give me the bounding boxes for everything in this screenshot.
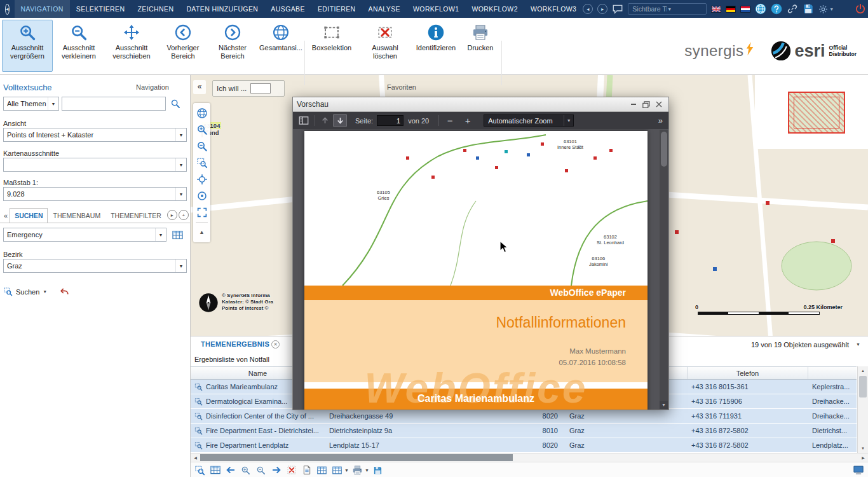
- strip-collapse-up-icon[interactable]: ▲: [193, 224, 210, 240]
- collapse-panel-icon[interactable]: «: [4, 212, 8, 219]
- tab-themenergebnis[interactable]: THEMENERGEBNIS: [201, 340, 269, 348]
- preview-scrollbar[interactable]: ▼: [660, 130, 668, 409]
- map-zoom-box-button[interactable]: [193, 155, 210, 171]
- settings-gear-button[interactable]: ▼: [818, 4, 834, 14]
- attribute-window-button[interactable]: [851, 463, 865, 476]
- reset-search-icon[interactable]: [59, 286, 70, 297]
- table-row[interactable]: Disinfection Center of the City of ... D…: [191, 409, 857, 424]
- print-results-button[interactable]: [351, 464, 364, 477]
- close-icon[interactable]: [653, 99, 665, 109]
- menu-tab-analyse[interactable]: ANALYSE: [362, 0, 407, 18]
- menu-tab-ausgabe[interactable]: AUSGABE: [264, 0, 311, 18]
- language-flag-de-icon[interactable]: [726, 6, 736, 13]
- chevron-down-icon[interactable]: ▼: [365, 468, 369, 473]
- table-options-button[interactable]: [330, 464, 344, 477]
- map-center-button[interactable]: [193, 188, 210, 204]
- dialog-titlebar[interactable]: Vorschau: [293, 97, 668, 112]
- map-locate-button[interactable]: [193, 171, 210, 188]
- menu-tab-workflow1[interactable]: WORKFLOW1: [407, 0, 465, 18]
- zoom-out-icon[interactable]: −: [444, 115, 456, 126]
- previous-record-button[interactable]: [224, 464, 237, 477]
- ribbon-button-pan-extent[interactable]: Ausschnitt verschieben: [105, 20, 158, 72]
- menu-tab-navigation[interactable]: NAVIGATION: [15, 0, 70, 18]
- menu-tab-selektieren[interactable]: SELEKTIEREN: [70, 0, 132, 18]
- tab-scroll-forward-icon[interactable]: ▸: [597, 4, 607, 14]
- remove-selection-button[interactable]: [285, 464, 298, 477]
- search-theme-select[interactable]: Emergency▼: [3, 228, 166, 242]
- next-record-button[interactable]: [269, 464, 283, 477]
- zoom-to-results-button[interactable]: [193, 464, 207, 477]
- page-number-input[interactable]: [377, 115, 403, 126]
- portal-globe-icon[interactable]: [755, 3, 766, 15]
- theme-scope-select[interactable]: Alle Themen▼: [3, 97, 59, 111]
- column-header[interactable]: [808, 367, 857, 379]
- ribbon-button-clear-selection[interactable]: Auswahl löschen: [359, 20, 411, 72]
- sidebar-toggle-icon[interactable]: [298, 115, 309, 126]
- scroll-up-icon[interactable]: ▲: [858, 366, 868, 375]
- ribbon-button-print[interactable]: Drucken: [461, 20, 500, 72]
- menu-tab-zeichnen[interactable]: ZEICHNEN: [132, 0, 180, 18]
- table-row[interactable]: Fire Department Lendplatz Lendplatz 15-1…: [191, 438, 857, 453]
- ribbon-button-zoom-in-extent[interactable]: Ausschnitt vergrößern: [2, 20, 53, 72]
- scrollbar-thumb[interactable]: [661, 132, 667, 167]
- results-vertical-scrollbar[interactable]: ▲ ▼: [857, 366, 868, 453]
- scroll-down-icon[interactable]: ▼: [660, 401, 668, 409]
- results-table-button[interactable]: [208, 464, 222, 477]
- toolbar-overflow-icon[interactable]: »: [658, 116, 662, 125]
- previous-page-icon[interactable]: [320, 116, 330, 125]
- chevron-down-icon[interactable]: ▼: [344, 468, 349, 473]
- tab-themenfilter[interactable]: THEMENFILTER: [105, 208, 166, 223]
- close-results-icon[interactable]: ✕: [271, 340, 280, 349]
- feedback-bubble-icon[interactable]: [612, 3, 623, 15]
- zoom-in-icon[interactable]: +: [462, 115, 473, 126]
- chevron-down-icon[interactable]: ▼: [43, 289, 47, 294]
- app-logo-icon[interactable]: ◂: [5, 4, 10, 15]
- menu-tab-workflow2[interactable]: WORKFLOW2: [465, 0, 524, 18]
- logout-power-icon[interactable]: [855, 3, 866, 15]
- zoom-in-record-button[interactable]: [239, 464, 252, 477]
- bezirk-select[interactable]: Graz▼: [3, 259, 187, 273]
- ribbon-button-full-extent[interactable]: Gesamtansi...: [257, 20, 304, 72]
- scrollbar-thumb[interactable]: [200, 454, 513, 461]
- share-link-icon[interactable]: [787, 3, 798, 15]
- next-page-button[interactable]: [333, 114, 347, 127]
- menu-tab-editieren[interactable]: EDITIEREN: [311, 0, 362, 18]
- map-zoom-out-button[interactable]: [193, 138, 210, 155]
- ribbon-button-next-extent[interactable]: Nächster Bereich: [208, 20, 257, 72]
- ribbon-button-previous-extent[interactable]: Vorheriger Bereich: [158, 20, 208, 72]
- menu-tab-workflow3[interactable]: WORKFLOW3: [524, 0, 583, 18]
- search-form-icon[interactable]: [172, 229, 184, 241]
- menu-tab-daten-hinzufuegen[interactable]: DATEN HINZUFÜGEN: [180, 0, 264, 18]
- tab-suchen[interactable]: SUCHEN: [10, 208, 48, 223]
- map-zoom-in-button[interactable]: [193, 121, 210, 138]
- ich-will-widget[interactable]: Ich will ...: [212, 80, 285, 97]
- minimize-icon[interactable]: [628, 99, 639, 109]
- zoom-mode-select[interactable]: Automatischer Zoom ▼: [484, 114, 574, 127]
- ribbon-button-identify[interactable]: Identifizieren: [411, 20, 461, 72]
- map-extent-select[interactable]: ▼: [3, 158, 187, 172]
- table-row[interactable]: Fire Department East - Dietrichstei... D…: [191, 424, 857, 438]
- language-flag-en-icon[interactable]: [711, 6, 721, 13]
- ich-will-input[interactable]: [250, 83, 271, 93]
- save-results-button[interactable]: [371, 464, 384, 477]
- help-icon[interactable]: [771, 3, 782, 15]
- map-fullscreen-button[interactable]: [193, 204, 210, 221]
- view-select[interactable]: Points of Interest + Kataster▼: [3, 128, 187, 142]
- fulltext-search-input[interactable]: [62, 97, 166, 111]
- tab-themenbaum[interactable]: THEMENBAUM: [48, 208, 105, 223]
- scroll-left-icon[interactable]: ◀: [191, 453, 200, 462]
- ribbon-button-zoom-out-extent[interactable]: Ausschnitt verkleinern: [53, 20, 105, 72]
- restore-icon[interactable]: [641, 99, 652, 109]
- overview-map-thumbnail[interactable]: [788, 92, 845, 134]
- save-session-icon[interactable]: [803, 3, 814, 15]
- report-button[interactable]: [300, 464, 313, 477]
- scale-select[interactable]: 9.028▼: [3, 187, 187, 201]
- suchen-button[interactable]: Suchen: [16, 288, 39, 296]
- column-header-telefon[interactable]: Telefon: [688, 367, 808, 379]
- export-table-button[interactable]: [315, 464, 329, 477]
- search-icon[interactable]: [170, 99, 180, 109]
- overview-globe-button[interactable]: [193, 105, 210, 121]
- tab-scroll-back-icon[interactable]: ◂: [583, 4, 593, 14]
- scroll-right-icon[interactable]: ▶: [858, 453, 868, 462]
- visible-themes-select[interactable]: Sichtbare Themen ▼: [628, 3, 707, 15]
